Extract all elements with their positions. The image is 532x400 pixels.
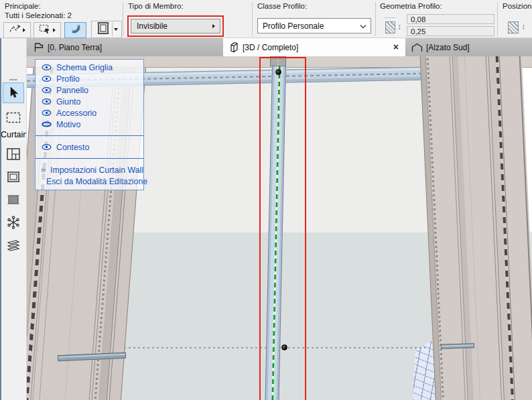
curtain-wall-display-menu: Schema Griglia Profilo Pannello Giunto A… <box>35 59 144 190</box>
magnet-icon <box>70 23 82 38</box>
menu-item-esci[interactable]: Esci da Modalità Editazione <box>36 176 143 187</box>
accessory-icon <box>6 238 21 253</box>
width-dimension-line <box>385 17 395 18</box>
menu-item-label: Impostazioni Curtain Wall <box>50 165 143 175</box>
menu-item-contesto[interactable]: Contesto <box>36 141 143 153</box>
panel-tool[interactable] <box>3 189 24 210</box>
chevron-right-icon <box>23 28 25 32</box>
selection-status: Tutti i Selezionati: 2 <box>5 11 72 19</box>
menu-item-label: Giunto <box>56 97 80 107</box>
menu-item-label: Pannello <box>56 86 88 95</box>
tab-piano-terra[interactable]: [0. Piano Terra] <box>28 38 107 56</box>
tab-label: [Alzato Sud] <box>426 43 470 52</box>
window-edge-accent <box>0 38 1 400</box>
menu-item-schema-griglia[interactable]: Schema Griglia <box>36 62 143 73</box>
member-type-highlight-frame: Invisibile <box>127 15 224 37</box>
profile-width-field[interactable] <box>407 14 494 24</box>
profile-position-icon: ↕ <box>507 15 532 36</box>
marquee-tool[interactable] <box>3 107 24 128</box>
height-arrow: ↕ <box>397 23 401 31</box>
story-icon <box>34 42 44 52</box>
menu-item-accessorio[interactable]: Accessorio <box>36 107 143 119</box>
right-small-transom[interactable] <box>441 343 474 348</box>
panel-icon <box>6 192 21 207</box>
tab-label: [0. Piano Terra] <box>48 43 102 52</box>
menu-item-label: Accessorio <box>56 109 96 118</box>
toolbar-separator <box>375 2 376 36</box>
chevron-right-icon <box>212 24 215 28</box>
eye-open-icon <box>42 64 52 71</box>
profile-class-select[interactable]: Profilo Personale <box>257 18 371 34</box>
edit-path-icon <box>9 24 21 36</box>
hatched-profile-shape <box>508 21 519 34</box>
tab-3d-completo[interactable]: [3D / Completo] × <box>223 38 405 56</box>
profile-class-value: Profilo Personale <box>263 21 324 31</box>
menu-separator <box>36 135 143 136</box>
toolbar-separator <box>252 2 253 36</box>
chevron-down-icon <box>360 24 367 29</box>
eye-open-icon <box>42 75 52 82</box>
tab-alzato-sud[interactable]: [Alzato Sud] <box>406 38 475 56</box>
frame-display-dropdown-button[interactable] <box>91 21 122 38</box>
menu-separator <box>36 158 143 159</box>
edit-path-button[interactable] <box>3 22 31 38</box>
scheme-grid-icon <box>6 147 21 161</box>
palette-drag-handle[interactable] <box>9 79 17 80</box>
double-frame-icon <box>96 21 111 38</box>
top-toolbar: Principale: Tutti i Selezionati: 2 Tipo … <box>0 0 532 38</box>
eye-open-icon <box>42 86 52 94</box>
settings-table-icon <box>42 166 46 174</box>
hatched-profile-shape <box>385 21 395 34</box>
menu-item-impostazioni[interactable]: Impostazioni Curtain Wall <box>36 164 143 176</box>
button-divider <box>112 23 113 36</box>
junction-tool[interactable] <box>3 212 24 232</box>
menu-item-giunto[interactable]: Giunto <box>36 96 143 107</box>
menu-item-label: Contesto <box>56 143 89 152</box>
marquee-cursor-icon <box>39 24 52 36</box>
arrow-select-tool[interactable] <box>3 82 24 103</box>
eye-closed-icon <box>42 121 52 128</box>
section-label-classe-profilo: Classe Profilo: <box>257 2 307 10</box>
view-tab-bar: [0. Piano Terra] [3D / Completo] × [Alza… <box>27 38 532 56</box>
toolbox-sidebar: Curtain Wall <box>0 38 27 400</box>
scheme-grid-tool[interactable] <box>3 143 24 164</box>
toolbar-separator <box>123 2 123 36</box>
offset-arrow: ↕ <box>521 23 525 31</box>
toolbar-separator <box>497 2 498 36</box>
section-label-principale: Principale: <box>5 2 41 10</box>
profile-geometry-icon: ↕ <box>385 15 405 36</box>
section-label-tipo-membro: Tipo di Membro: <box>128 2 184 10</box>
elevation-icon <box>411 43 423 52</box>
menu-item-pannello[interactable]: Pannello <box>36 84 143 96</box>
frame-icon <box>6 170 21 184</box>
menu-item-label: Motivo <box>56 120 80 129</box>
menu-item-motivo[interactable]: Motivo <box>36 119 143 130</box>
menu-item-label: Schema Griglia <box>56 63 113 72</box>
menu-item-label: Esci da Modalità Editazione <box>46 177 147 186</box>
eye-open-icon <box>42 109 52 117</box>
menu-item-profilo[interactable]: Profilo <box>36 73 143 84</box>
member-type-dropdown[interactable]: Invisibile <box>131 19 220 34</box>
cube-3d-icon <box>228 42 239 53</box>
cursor-arrow-icon <box>8 86 19 99</box>
eye-open-icon <box>42 143 52 151</box>
accessory-tool[interactable] <box>3 235 24 255</box>
section-label-geometria: Geometria Profilo: <box>380 2 442 10</box>
eye-open-icon <box>42 98 52 105</box>
member-type-value: Invisibile <box>137 21 168 31</box>
junction-icon <box>6 215 21 230</box>
palette-title: Curtain Wall <box>1 130 26 141</box>
menu-item-label: Profilo <box>56 74 80 84</box>
selection-highlight-rect <box>259 57 306 400</box>
chevron-right-icon <box>53 28 56 32</box>
chevron-down-icon <box>114 28 118 31</box>
section-label-posizione: Posizione se <box>503 2 532 10</box>
marquee-select-button[interactable] <box>34 22 61 38</box>
marquee-icon <box>6 112 21 123</box>
tab-label: [3D / Completo] <box>243 43 298 52</box>
right-profile-column[interactable] <box>419 56 532 400</box>
frame-tool[interactable] <box>3 166 24 187</box>
close-tab-icon[interactable]: × <box>393 42 399 52</box>
magnet-snap-button[interactable] <box>64 22 86 38</box>
profile-height-field[interactable] <box>407 26 494 36</box>
